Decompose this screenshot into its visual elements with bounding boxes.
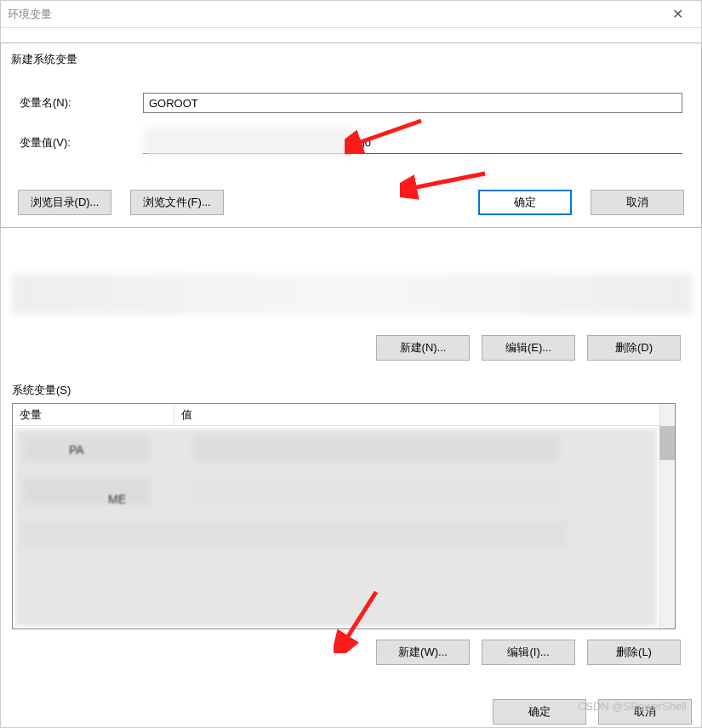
scrollbar[interactable] (659, 404, 675, 628)
cancel-button[interactable]: 取消 (591, 190, 684, 215)
new-system-variable-dialog: 新建系统变量 变量名(N): 变量值(V): \go 浏览目录(D)... 浏览… (0, 43, 702, 228)
system-vars-button-row: 新建(W)... 编辑(I)... 删除(L) (12, 629, 693, 670)
var-name-label: 变量名(N): (20, 95, 143, 111)
system-vars-section-label: 系统变量(S) (12, 383, 693, 398)
env-vars-body: 新建(N)... 编辑(E)... 删除(D) 系统变量(S) 变量 值 PA … (12, 274, 693, 670)
var-value-label: 变量值(V): (20, 135, 143, 151)
system-new-button[interactable]: 新建(W)... (376, 640, 470, 665)
col-header-value[interactable]: 值 (174, 404, 675, 425)
var-value-input[interactable]: \go (143, 132, 682, 154)
watermark: CSDN @SPowerShell (578, 700, 687, 713)
user-new-button[interactable]: 新建(N)... (376, 335, 470, 361)
close-icon[interactable]: ✕ (660, 6, 694, 22)
user-vars-button-row: 新建(N)... 编辑(E)... 删除(D) (12, 320, 693, 376)
var-value-visible-suffix: \go (356, 136, 371, 149)
table-header: 变量 值 (13, 404, 675, 426)
blurred-row-hint: PA (69, 443, 84, 457)
env-ok-button[interactable]: 确定 (493, 699, 586, 725)
col-header-variable[interactable]: 变量 (13, 404, 174, 425)
system-edit-button[interactable]: 编辑(I)... (482, 640, 575, 665)
system-delete-button[interactable]: 删除(L) (587, 640, 681, 665)
titlebar: 环境变量 ✕ (1, 1, 701, 28)
scrollbar-thumb[interactable] (659, 426, 675, 460)
browse-directory-button[interactable]: 浏览目录(D)... (18, 190, 111, 215)
blurred-row-hint: ME (108, 492, 126, 506)
dialog-title: 新建系统变量 (1, 43, 701, 71)
system-vars-blurred-rows: PA ME (14, 428, 658, 627)
user-delete-button[interactable]: 删除(D) (587, 335, 681, 361)
system-vars-table[interactable]: 变量 值 PA ME (12, 403, 676, 629)
user-vars-blurred-area (12, 274, 693, 315)
user-edit-button[interactable]: 编辑(E)... (482, 335, 575, 361)
browse-file-button[interactable]: 浏览文件(F)... (130, 190, 224, 215)
window-title: 环境变量 (8, 7, 52, 22)
ok-button[interactable]: 确定 (478, 190, 572, 215)
var-name-input[interactable] (143, 93, 682, 113)
